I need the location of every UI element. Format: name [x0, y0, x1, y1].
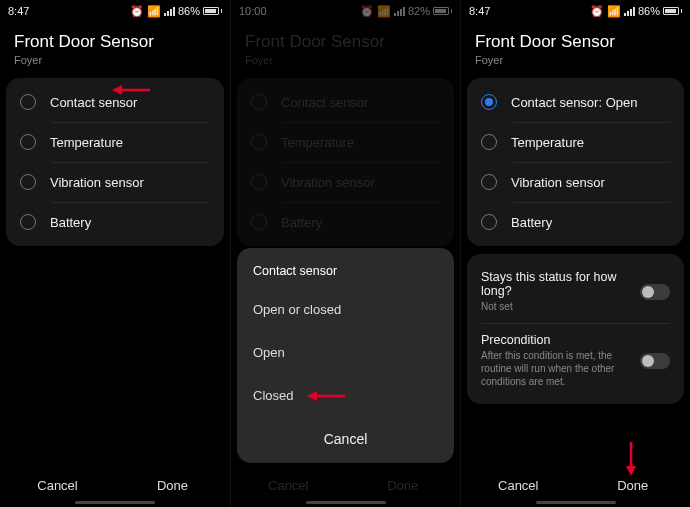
option-label: Contact sensor: Open: [511, 95, 637, 110]
radio-icon: [20, 214, 36, 230]
page-subtitle: Foyer: [14, 54, 216, 66]
sheet-option-closed[interactable]: Closed: [237, 374, 454, 417]
alarm-icon: ⏰: [130, 5, 144, 18]
options-card: Contact sensor: Open Temperature Vibrati…: [467, 78, 684, 246]
radio-icon: [20, 134, 36, 150]
screen-2: 10:00 ⏰ 📶 82% Front Door Sensor Foyer Co…: [230, 0, 460, 507]
option-battery[interactable]: Battery: [467, 202, 684, 242]
sheet-option-open[interactable]: Open: [237, 331, 454, 374]
page-title: Front Door Sensor: [475, 32, 676, 52]
radio-icon: [481, 94, 497, 110]
clock: 8:47: [469, 5, 490, 17]
setting-stays-status[interactable]: Stays this status for how long? Not set: [467, 260, 684, 323]
option-vibration-sensor[interactable]: Vibration sensor: [6, 162, 224, 202]
battery-pct: 86%: [638, 5, 660, 17]
signal-icon: [624, 7, 635, 16]
setting-title: Precondition: [481, 333, 630, 347]
status-bar: 8:47 ⏰ 📶 86%: [0, 0, 230, 22]
toggle-switch[interactable]: [640, 284, 670, 300]
option-label: Vibration sensor: [511, 175, 605, 190]
bottom-sheet: Contact sensor Open or closed Open Close…: [237, 248, 454, 463]
radio-icon: [481, 214, 497, 230]
header: Front Door Sensor Foyer: [0, 22, 230, 78]
options-card: Contact sensor Temperature Vibration sen…: [6, 78, 224, 246]
radio-icon: [20, 174, 36, 190]
option-temperature[interactable]: Temperature: [467, 122, 684, 162]
clock: 8:47: [8, 5, 29, 17]
battery-pct: 86%: [178, 5, 200, 17]
radio-icon: [20, 94, 36, 110]
page-subtitle: Foyer: [475, 54, 676, 66]
option-label: Temperature: [511, 135, 584, 150]
nav-handle: [536, 501, 616, 504]
radio-icon: [481, 134, 497, 150]
wifi-icon: 📶: [607, 5, 621, 18]
battery-icon: [203, 7, 222, 15]
sheet-cancel-button[interactable]: Cancel: [237, 417, 454, 463]
status-icons: ⏰ 📶 86%: [130, 5, 222, 18]
screen-1: 8:47 ⏰ 📶 86% Front Door Sensor Foyer Con…: [0, 0, 230, 507]
nav-handle: [306, 501, 386, 504]
setting-subtitle: Not set: [481, 300, 630, 313]
sheet-option-open-or-closed[interactable]: Open or closed: [237, 288, 454, 331]
option-label: Battery: [50, 215, 91, 230]
wifi-icon: 📶: [147, 5, 161, 18]
option-vibration-sensor[interactable]: Vibration sensor: [467, 162, 684, 202]
settings-card: Stays this status for how long? Not set …: [467, 254, 684, 404]
battery-icon: [663, 7, 682, 15]
signal-icon: [164, 7, 175, 16]
status-bar: 8:47 ⏰ 📶 86%: [461, 0, 690, 22]
radio-icon: [481, 174, 497, 190]
setting-subtitle: After this condition is met, the routine…: [481, 349, 630, 388]
option-battery[interactable]: Battery: [6, 202, 224, 242]
toggle-switch[interactable]: [640, 353, 670, 369]
setting-precondition[interactable]: Precondition After this condition is met…: [467, 323, 684, 398]
page-title: Front Door Sensor: [14, 32, 216, 52]
option-label: Battery: [511, 215, 552, 230]
option-label: Vibration sensor: [50, 175, 144, 190]
alarm-icon: ⏰: [590, 5, 604, 18]
option-label: Temperature: [50, 135, 123, 150]
option-temperature[interactable]: Temperature: [6, 122, 224, 162]
option-label: Contact sensor: [50, 95, 137, 110]
setting-title: Stays this status for how long?: [481, 270, 630, 298]
sheet-title: Contact sensor: [237, 252, 454, 288]
nav-handle: [75, 501, 155, 504]
header: Front Door Sensor Foyer: [461, 22, 690, 78]
screen-3: 8:47 ⏰ 📶 86% Front Door Sensor Foyer Con…: [460, 0, 690, 507]
option-contact-sensor[interactable]: Contact sensor: [6, 82, 224, 122]
status-icons: ⏰ 📶 86%: [590, 5, 682, 18]
option-contact-sensor[interactable]: Contact sensor: Open: [467, 82, 684, 122]
